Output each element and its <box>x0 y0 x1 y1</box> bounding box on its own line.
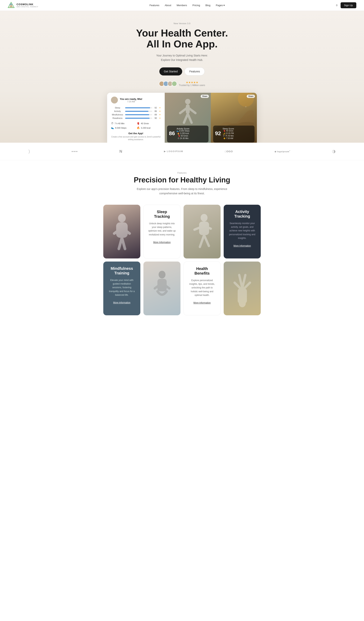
stat-steps: 👟 8.540 Steps <box>111 126 135 129</box>
stat-kcal: 🔥 3.230 kcal <box>137 126 161 129</box>
activity-score-overlay: 86 Activity Score 👟 8.540 Steps 🔥 3.230 … <box>167 126 208 142</box>
nav-features[interactable]: Features <box>150 4 159 7</box>
app-user-info: You are ready, Mia! 7:20 AM <box>120 98 142 103</box>
hero-badge: New Version 3.0 <box>4 22 360 25</box>
app-panel-left: You are ready, Mia! 7:20 AM Sleep 92 ★ A… <box>107 93 165 143</box>
app-cta: Get the App! Create a free account and g… <box>111 132 161 141</box>
hero-section: New Version 3.0 Your Health Center. All … <box>0 11 364 143</box>
svg-line-21 <box>200 235 204 247</box>
logo-text: COSMOLINK SEO DIGITAL AGENCY <box>17 3 38 8</box>
sleep-score-num: 92 <box>215 130 221 137</box>
app-cta-title: Get the App! <box>111 132 161 135</box>
activity-more-link[interactable]: More Information <box>233 244 251 247</box>
activity-card-title: ActivityTracking <box>228 209 256 219</box>
health-card-title: HealthBenefits <box>188 266 216 276</box>
share-button-right[interactable]: Share <box>247 95 255 98</box>
app-user: You are ready, Mia! 7:20 AM <box>111 97 161 104</box>
app-avatar <box>111 97 118 104</box>
sleep-score-row: 92 Sleep Score 🫀 45 5/min 🌙 22:20 PM ⏱ 7… <box>215 127 253 139</box>
hero-subtitle: Your Journey to Optimal Living Starts He… <box>4 53 360 62</box>
sleep-card-title: SleepTracking <box>148 209 176 219</box>
cart-icon[interactable]: 0 <box>336 4 337 7</box>
logos-strip: ) ∞∞∞ N ▶ LOGOIPSUM □OGO ◈ logoipsum* ◑ <box>0 143 364 160</box>
app-user-name: You are ready, Mia! <box>120 98 142 101</box>
svg-point-3 <box>185 99 191 104</box>
get-started-button[interactable]: Get Started <box>159 68 182 75</box>
logo-icon <box>8 2 15 9</box>
activity-score-row: 86 Activity Score 👟 8.540 Steps 🔥 3.230 … <box>169 127 207 139</box>
svg-point-23 <box>158 271 166 278</box>
app-user-time: 7:20 AM <box>120 101 142 103</box>
sleep-stats: 🫀 45 5/min 🌙 22:20 PM ⏱ 7h 40 Min ☀️ 7:3… <box>223 130 234 139</box>
logo-4: ▶ LOGOIPSUM <box>164 150 183 153</box>
hero-title: Your Health Center. All In One App. <box>4 28 360 50</box>
features-button[interactable]: Features <box>185 68 205 75</box>
activity-stats: 👟 8.540 Steps 🔥 3.230 kcal 🫀 83 5/min ⏱ … <box>176 130 190 139</box>
sleep-card-desc: Unlock deep insights into your sleep pat… <box>148 222 176 237</box>
runner-person-icon <box>191 212 214 251</box>
svg-line-16 <box>122 238 125 249</box>
logo-subtitle: SEO DIGITAL AGENCY <box>17 6 38 8</box>
features-section: Features Precision for Healthy Living Ex… <box>0 160 364 327</box>
activity-card-desc: Seamlessly monitor your activity, set go… <box>228 222 256 240</box>
features-subtitle: Explore our app's precision features. Fr… <box>136 187 228 195</box>
metric-activity: Activity 86 ★ <box>111 110 161 112</box>
avatar-4 <box>172 81 177 86</box>
svg-point-10 <box>245 106 246 107</box>
svg-line-8 <box>188 114 191 123</box>
logo-6: ◈ logoipsum* <box>275 150 290 153</box>
nav-members[interactable]: Members <box>177 4 187 7</box>
hero-trust: ★★★★★ Trusted by 1 Million users <box>4 81 360 86</box>
nav-about[interactable]: About <box>165 4 171 7</box>
signup-button[interactable]: Sign Up <box>341 2 356 8</box>
metric-sleep: Sleep 92 ★ <box>111 106 161 109</box>
mindfulness-card-title: MindfulnessTraining <box>108 266 136 275</box>
features-row-2: MindfulnessTraining Elevate your mind wi… <box>103 261 261 315</box>
features-badge: Features <box>8 172 356 174</box>
share-button-mid[interactable]: Share <box>201 95 209 98</box>
activity-text-card: ActivityTracking Seamlessly monitor your… <box>224 205 261 259</box>
meditation-person-icon <box>151 269 173 308</box>
logo-7: ◑ <box>332 149 336 154</box>
mindfulness-image-card <box>143 261 180 315</box>
features-row-1: SleepTracking Unlock deep insights into … <box>103 205 261 259</box>
app-stats: ⏱ 7 h 40 Min 🫀 45 5/min 👟 8.540 Steps 🔥 … <box>111 122 161 129</box>
nav-blog[interactable]: Blog <box>206 4 210 7</box>
sleep-score-label: Sleep Score <box>223 127 234 130</box>
sleep-text-card: SleepTracking Unlock deep insights into … <box>143 205 180 259</box>
activity-image-card <box>184 205 221 259</box>
stat-speed: 🫀 45 5/min <box>137 122 161 125</box>
metric-mindfulness: Mindfulness 89 ★ <box>111 114 161 116</box>
sleep-person-icon <box>110 212 133 251</box>
logo[interactable]: COSMOLINK SEO DIGITAL AGENCY <box>8 2 38 9</box>
logo-2: ∞∞∞ <box>71 150 78 153</box>
nav-links: Features About Members Pricing Blog Page… <box>150 4 225 7</box>
stat-time: ⏱ 7 h 40 Min <box>111 122 135 125</box>
app-preview: You are ready, Mia! 7:20 AM Sleep 92 ★ A… <box>107 93 257 143</box>
nav-pricing[interactable]: Pricing <box>192 4 200 7</box>
mindfulness-more-link[interactable]: More information <box>113 301 130 304</box>
nav-pages[interactable]: Pages ▾ <box>216 4 225 7</box>
svg-marker-2 <box>9 3 13 5</box>
trust-text: Trusted by 1 Million users <box>179 84 205 86</box>
nav-right: 0 Sign Up <box>336 2 356 8</box>
app-cta-desc: Create a free account and gain access to… <box>111 136 161 141</box>
sleep-more-link[interactable]: More Information <box>153 241 171 244</box>
navbar: COSMOLINK SEO DIGITAL AGENCY Features Ab… <box>0 0 364 11</box>
trust-stars: ★★★★★ <box>179 81 205 84</box>
mindfulness-text-card: MindfulnessTraining Elevate your mind wi… <box>103 261 140 315</box>
svg-point-17 <box>201 214 208 222</box>
sleep-image-card <box>103 205 140 259</box>
logo-1: ) <box>28 149 30 154</box>
svg-point-11 <box>118 214 126 222</box>
logo-title: COSMOLINK <box>17 3 38 6</box>
svg-line-22 <box>204 235 209 246</box>
yoga-inversion-icon <box>231 269 254 308</box>
mindfulness-card-desc: Elevate your mind with guided meditation… <box>108 278 136 297</box>
app-metrics: Sleep 92 ★ Activity 86 ★ Mindfulness <box>111 106 161 119</box>
health-more-link[interactable]: More information <box>193 301 211 304</box>
app-panel-mid: Share 86 Activity Score 👟 8.540 Steps 🔥 … <box>165 93 211 143</box>
activity-score-num: 86 <box>169 130 175 137</box>
logo-3: N <box>120 149 122 154</box>
metric-readiness: Readiness 90 ★ <box>111 117 161 119</box>
